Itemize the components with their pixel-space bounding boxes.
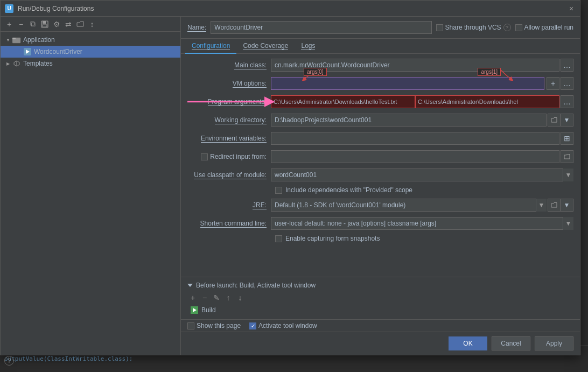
main-class-input[interactable] [271, 59, 559, 72]
shorten-cmd-label: Shorten command line: [187, 220, 271, 227]
ok-button[interactable]: OK [449, 336, 487, 350]
cancel-button[interactable]: Cancel [492, 336, 530, 350]
vm-options-input[interactable]: args[0] args[1] [271, 77, 544, 90]
activate-tool-group: ✓ Activate tool window [249, 322, 317, 329]
activate-tool-checkbox[interactable]: ✓ [249, 322, 256, 329]
main-class-browse-button[interactable]: … [561, 59, 573, 72]
add-config-button[interactable]: + [4, 19, 15, 30]
name-input[interactable] [211, 21, 431, 34]
tree-arrow-application: ▼ [5, 37, 11, 43]
program-args-browse-button[interactable]: … [561, 95, 573, 108]
program-args-seg2: C:\Users\Administrator\Downloads\hel [415, 95, 559, 108]
arrows-button[interactable]: ⇄ [63, 19, 74, 30]
before-launch-up-button[interactable]: ↑ [223, 292, 234, 303]
jre-browse-button[interactable] [548, 199, 561, 212]
save-config-button[interactable] [39, 19, 50, 30]
classpath-select-wrapper: wordCount001 ▼ [271, 169, 573, 181]
working-dir-dropdown-button[interactable]: ▼ [561, 114, 573, 127]
close-button[interactable]: × [567, 4, 576, 13]
build-item: Build [187, 305, 573, 315]
tab-configuration[interactable]: Configuration [185, 39, 236, 54]
before-launch-remove-button[interactable]: − [199, 292, 210, 303]
share-vcs-checkbox[interactable] [436, 24, 443, 31]
dialog-wrapper: outputValue(ClassIntWritable.class); U R… [0, 0, 588, 372]
jre-select[interactable]: Default (1.8 - SDK of 'wordCount001' mod… [271, 199, 547, 212]
redirect-label-group: Redirect input from: [187, 153, 271, 160]
redirect-browse-button[interactable] [561, 150, 573, 163]
working-dir-row: Working directory: ▼ [187, 113, 573, 127]
apply-button[interactable]: Apply [535, 336, 573, 350]
working-dir-folder-button[interactable] [548, 114, 561, 127]
before-launch-down-button[interactable]: ↓ [235, 292, 246, 303]
redirect-input-row: Redirect input from: [187, 150, 573, 164]
application-folder-icon [12, 36, 21, 44]
build-icon [191, 306, 198, 314]
vm-options-label: VM options: [187, 80, 271, 87]
redirect-label: Redirect input from: [210, 153, 267, 160]
copy-config-button[interactable]: ⧉ [27, 19, 38, 30]
dialog-title: Run/Debug Configurations [18, 5, 567, 12]
application-label: Application [23, 36, 55, 44]
enable-snapshots-checkbox[interactable] [275, 235, 282, 242]
vm-dots-button[interactable]: … [561, 77, 573, 90]
redirect-checkbox[interactable] [201, 153, 208, 160]
before-launch-toggle[interactable] [187, 284, 193, 287]
right-panel: Name: Share through VCS ? Allow parallel… [181, 17, 580, 355]
ide-code-text: outputValue(ClassIntWritable.class); [4, 355, 132, 362]
redirect-input[interactable] [271, 150, 559, 163]
before-launch-edit-button[interactable]: ✎ [211, 292, 222, 303]
tree-node-wordcount[interactable]: WordcountDriver [1, 46, 180, 58]
env-vars-input[interactable] [271, 132, 559, 145]
vm-options-row: VM options: args[0] [187, 76, 573, 90]
shorten-cmd-select-wrapper: user-local default: none - java [options… [271, 217, 573, 230]
settings-button[interactable]: ⚙ [51, 19, 62, 30]
run-debug-dialog: U Run/Debug Configurations × + − ⧉ [0, 0, 580, 355]
remove-config-button[interactable]: − [16, 19, 26, 30]
show-page-group: Show this page [187, 322, 241, 329]
working-dir-label: Working directory: [187, 116, 271, 124]
include-deps-row: Include dependencies with "Provided" sco… [187, 186, 573, 194]
templates-label: Templates [23, 60, 53, 67]
title-bar: U Run/Debug Configurations × [1, 1, 580, 17]
before-launch-section: Before launch: Build, Activate tool wind… [181, 277, 580, 319]
tree-node-application[interactable]: ▼ Application [1, 34, 180, 46]
program-args-input[interactable]: C:\Users\Administrator\Downloads\helloTe… [271, 95, 559, 108]
before-launch-toolbar: + − ✎ ↑ ↓ [187, 292, 573, 303]
program-args-row: Program arguments: C:\Users\Administrato… [187, 95, 573, 109]
env-vars-browse-button[interactable]: ⊞ [561, 132, 573, 145]
help-button[interactable]: ? [4, 356, 14, 366]
shorten-cmd-select[interactable]: user-local default: none - java [options… [271, 217, 573, 230]
allow-parallel-checkbox[interactable] [515, 24, 522, 31]
jre-row: JRE: Default (1.8 - SDK of 'wordCount001… [187, 198, 573, 212]
show-page-checkbox[interactable] [187, 322, 194, 329]
classpath-select[interactable]: wordCount001 [271, 169, 573, 181]
classpath-label: Use classpath of module: [187, 171, 271, 179]
run-config-icon [23, 47, 32, 56]
program-args-seg1: C:\Users\Administrator\Downloads\helloTe… [271, 95, 415, 108]
enable-snapshots-row: Enable capturing form snapshots [187, 235, 573, 242]
working-dir-input[interactable] [271, 114, 547, 127]
env-vars-row: Environment variables: ⊞ [187, 131, 573, 145]
jre-select-wrapper: Default (1.8 - SDK of 'wordCount001' mod… [271, 199, 547, 212]
sort-button[interactable]: ↕ [87, 19, 97, 30]
vm-options-buttons: + … [547, 77, 573, 90]
form-area: Main class: … VM options: a [181, 54, 580, 277]
dialog-body: + − ⧉ ⚙ ⇄ [1, 17, 580, 355]
program-args-label: Program arguments: [187, 98, 271, 106]
enable-snapshots-label: Enable capturing form snapshots [285, 235, 380, 242]
folder-button[interactable] [75, 19, 86, 30]
jre-dropdown-button[interactable]: ▼ [561, 199, 573, 212]
tab-logs[interactable]: Logs [295, 39, 321, 54]
tab-code-coverage[interactable]: Code Coverage [236, 39, 295, 54]
svg-rect-4 [12, 38, 16, 39]
allow-parallel-label: Allow parallel run [524, 24, 573, 31]
bottom-options: Show this page ✓ Activate tool window [181, 319, 580, 332]
left-panel: + − ⧉ ⚙ ⇄ [1, 17, 181, 355]
before-launch-add-button[interactable]: + [187, 292, 198, 303]
tree-node-templates[interactable]: ▶ Templates [1, 58, 180, 69]
env-vars-label: Environment variables: [187, 135, 271, 142]
share-vcs-help[interactable]: ? [503, 24, 511, 31]
left-toolbar: + − ⧉ ⚙ ⇄ [1, 17, 180, 32]
include-deps-checkbox[interactable] [275, 187, 282, 194]
vm-expand-button[interactable]: + [547, 77, 559, 90]
